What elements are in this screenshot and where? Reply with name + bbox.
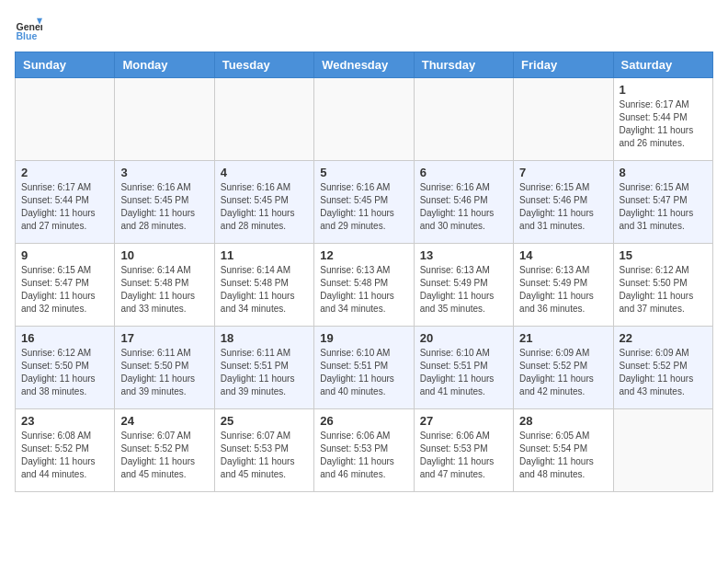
day-info: Sunrise: 6:12 AM Sunset: 5:50 PM Dayligh… (620, 264, 707, 316)
calendar-table: SundayMondayTuesdayWednesdayThursdayFrid… (15, 52, 713, 492)
day-number: 3 (120, 166, 208, 179)
day-number: 27 (420, 414, 507, 428)
calendar-cell: 9Sunrise: 6:15 AM Sunset: 5:47 PM Daylig… (16, 244, 115, 327)
calendar-cell: 22Sunrise: 6:09 AM Sunset: 5:52 PM Dayli… (613, 327, 712, 409)
calendar-cell: 7Sunrise: 6:15 AM Sunset: 5:46 PM Daylig… (514, 161, 613, 244)
calendar-cell: 23Sunrise: 6:08 AM Sunset: 5:52 PM Dayli… (16, 409, 115, 492)
calendar-cell (414, 78, 513, 161)
weekday-header: Thursday (414, 52, 513, 78)
calendar-cell: 10Sunrise: 6:14 AM Sunset: 5:48 PM Dayli… (115, 244, 214, 327)
day-info: Sunrise: 6:14 AM Sunset: 5:48 PM Dayligh… (221, 264, 308, 316)
day-number: 9 (21, 248, 108, 262)
calendar-cell: 8Sunrise: 6:15 AM Sunset: 5:47 PM Daylig… (613, 161, 712, 244)
calendar-week-row: 16Sunrise: 6:12 AM Sunset: 5:50 PM Dayli… (16, 327, 713, 409)
calendar-cell: 13Sunrise: 6:13 AM Sunset: 5:49 PM Dayli… (414, 244, 513, 327)
calendar-cell (314, 78, 414, 161)
day-info: Sunrise: 6:15 AM Sunset: 5:47 PM Dayligh… (21, 264, 108, 316)
calendar-cell: 24Sunrise: 6:07 AM Sunset: 5:52 PM Dayli… (115, 409, 214, 492)
calendar-cell: 15Sunrise: 6:12 AM Sunset: 5:50 PM Dayli… (613, 244, 712, 327)
day-number: 10 (120, 248, 208, 262)
calendar-week-row: 23Sunrise: 6:08 AM Sunset: 5:52 PM Dayli… (16, 409, 713, 492)
day-info: Sunrise: 6:16 AM Sunset: 5:46 PM Dayligh… (420, 181, 507, 233)
calendar-cell: 25Sunrise: 6:07 AM Sunset: 5:53 PM Dayli… (214, 409, 313, 492)
day-info: Sunrise: 6:12 AM Sunset: 5:50 PM Dayligh… (21, 347, 108, 398)
day-number: 28 (519, 414, 607, 428)
day-info: Sunrise: 6:16 AM Sunset: 5:45 PM Dayligh… (120, 181, 208, 233)
calendar-cell: 6Sunrise: 6:16 AM Sunset: 5:46 PM Daylig… (414, 161, 513, 244)
calendar-cell: 27Sunrise: 6:06 AM Sunset: 5:53 PM Dayli… (414, 409, 513, 492)
day-info: Sunrise: 6:16 AM Sunset: 5:45 PM Dayligh… (221, 181, 308, 233)
day-info: Sunrise: 6:05 AM Sunset: 5:54 PM Dayligh… (519, 430, 607, 481)
day-number: 15 (620, 248, 707, 262)
calendar-cell: 2Sunrise: 6:17 AM Sunset: 5:44 PM Daylig… (16, 161, 115, 244)
calendar-cell: 16Sunrise: 6:12 AM Sunset: 5:50 PM Dayli… (16, 327, 115, 409)
weekday-header: Wednesday (314, 52, 414, 78)
day-number: 20 (420, 331, 507, 345)
calendar-cell: 26Sunrise: 6:06 AM Sunset: 5:53 PM Dayli… (314, 409, 414, 492)
weekday-header: Saturday (613, 52, 712, 78)
day-info: Sunrise: 6:15 AM Sunset: 5:47 PM Dayligh… (620, 181, 707, 233)
calendar-cell (214, 78, 313, 161)
day-info: Sunrise: 6:17 AM Sunset: 5:44 PM Dayligh… (21, 181, 108, 233)
calendar-cell (514, 78, 613, 161)
day-number: 25 (221, 414, 308, 428)
calendar-cell: 19Sunrise: 6:10 AM Sunset: 5:51 PM Dayli… (314, 327, 414, 409)
day-info: Sunrise: 6:13 AM Sunset: 5:49 PM Dayligh… (420, 264, 507, 316)
calendar-cell: 20Sunrise: 6:10 AM Sunset: 5:51 PM Dayli… (414, 327, 513, 409)
day-number: 11 (221, 248, 308, 262)
logo-icon: General Blue (15, 15, 42, 42)
day-number: 19 (320, 331, 407, 345)
day-info: Sunrise: 6:17 AM Sunset: 5:44 PM Dayligh… (620, 98, 707, 150)
day-number: 13 (420, 248, 507, 262)
day-info: Sunrise: 6:06 AM Sunset: 5:53 PM Dayligh… (320, 430, 407, 481)
weekday-header: Tuesday (214, 52, 313, 78)
day-number: 17 (120, 331, 208, 345)
day-number: 23 (21, 414, 108, 428)
day-number: 6 (420, 166, 507, 179)
day-number: 26 (320, 414, 407, 428)
calendar-cell: 21Sunrise: 6:09 AM Sunset: 5:52 PM Dayli… (514, 327, 613, 409)
calendar-week-row: 2Sunrise: 6:17 AM Sunset: 5:44 PM Daylig… (16, 161, 713, 244)
calendar-cell (16, 78, 115, 161)
day-number: 1 (620, 83, 707, 97)
day-number: 16 (21, 331, 108, 345)
day-number: 7 (519, 166, 607, 179)
day-info: Sunrise: 6:15 AM Sunset: 5:46 PM Dayligh… (519, 181, 607, 233)
day-number: 14 (519, 248, 607, 262)
day-info: Sunrise: 6:07 AM Sunset: 5:52 PM Dayligh… (120, 430, 208, 481)
weekday-header: Sunday (16, 52, 115, 78)
day-number: 8 (620, 166, 707, 179)
day-info: Sunrise: 6:09 AM Sunset: 5:52 PM Dayligh… (620, 347, 707, 398)
calendar-cell: 11Sunrise: 6:14 AM Sunset: 5:48 PM Dayli… (214, 244, 313, 327)
day-info: Sunrise: 6:11 AM Sunset: 5:50 PM Dayligh… (120, 347, 208, 398)
day-number: 24 (120, 414, 208, 428)
day-number: 5 (320, 166, 407, 179)
calendar-header-row: SundayMondayTuesdayWednesdayThursdayFrid… (16, 52, 713, 78)
day-number: 22 (620, 331, 707, 345)
calendar-cell: 12Sunrise: 6:13 AM Sunset: 5:48 PM Dayli… (314, 244, 414, 327)
calendar-cell: 14Sunrise: 6:13 AM Sunset: 5:49 PM Dayli… (514, 244, 613, 327)
logo: General Blue (15, 15, 46, 42)
calendar-cell (115, 78, 214, 161)
calendar-cell: 5Sunrise: 6:16 AM Sunset: 5:45 PM Daylig… (314, 161, 414, 244)
day-number: 4 (221, 166, 308, 179)
day-number: 12 (320, 248, 407, 262)
calendar-week-row: 1Sunrise: 6:17 AM Sunset: 5:44 PM Daylig… (16, 78, 713, 161)
calendar-cell (613, 409, 712, 492)
day-info: Sunrise: 6:06 AM Sunset: 5:53 PM Dayligh… (420, 430, 507, 481)
day-info: Sunrise: 6:13 AM Sunset: 5:49 PM Dayligh… (519, 264, 607, 316)
day-info: Sunrise: 6:13 AM Sunset: 5:48 PM Dayligh… (320, 264, 407, 316)
day-number: 21 (519, 331, 607, 345)
weekday-header: Friday (514, 52, 613, 78)
day-info: Sunrise: 6:08 AM Sunset: 5:52 PM Dayligh… (21, 430, 108, 481)
calendar-week-row: 9Sunrise: 6:15 AM Sunset: 5:47 PM Daylig… (16, 244, 713, 327)
calendar-cell: 17Sunrise: 6:11 AM Sunset: 5:50 PM Dayli… (115, 327, 214, 409)
day-info: Sunrise: 6:16 AM Sunset: 5:45 PM Dayligh… (320, 181, 407, 233)
page-header: General Blue (15, 15, 713, 42)
calendar-cell: 3Sunrise: 6:16 AM Sunset: 5:45 PM Daylig… (115, 161, 214, 244)
calendar-cell: 1Sunrise: 6:17 AM Sunset: 5:44 PM Daylig… (613, 78, 712, 161)
weekday-header: Monday (115, 52, 214, 78)
day-info: Sunrise: 6:10 AM Sunset: 5:51 PM Dayligh… (320, 347, 407, 398)
svg-text:Blue: Blue (17, 30, 38, 41)
day-info: Sunrise: 6:11 AM Sunset: 5:51 PM Dayligh… (221, 347, 308, 398)
